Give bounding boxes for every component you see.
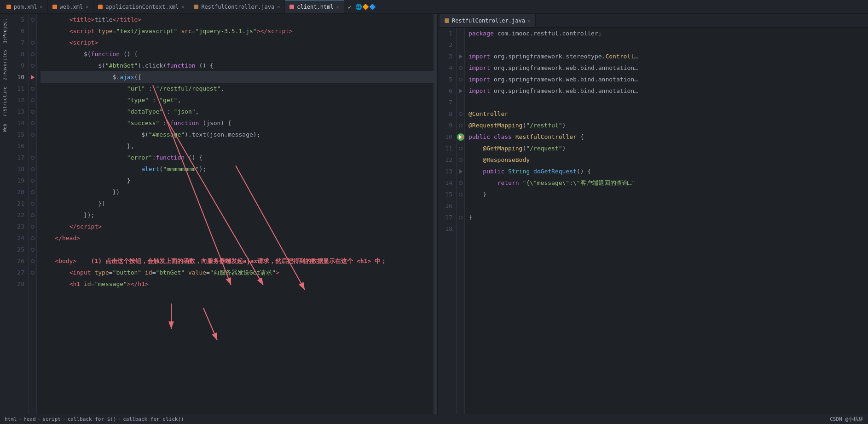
close-icon[interactable]: ✕ bbox=[40, 4, 43, 9]
sidebar-item-structure[interactable]: 7:Structure bbox=[1, 84, 8, 120]
code-line-17: "error":function () { bbox=[41, 152, 434, 163]
tab-label: RestfulController.java bbox=[201, 4, 274, 10]
rln-11: 11 bbox=[442, 143, 452, 154]
rln-10: 10 bbox=[442, 131, 452, 143]
ln-18: 18 bbox=[14, 163, 24, 175]
rln-4: 4 bbox=[442, 62, 452, 74]
sidebar-item-project[interactable]: 1:Project bbox=[1, 16, 8, 46]
rln-1: 1 bbox=[442, 28, 452, 39]
tab-label: pom.xml bbox=[14, 4, 37, 10]
rln-18: 18 bbox=[442, 223, 452, 235]
gutter-arrow bbox=[459, 89, 463, 93]
html-icon bbox=[289, 5, 294, 9]
code-line-15: $("#message").text(json.message); bbox=[41, 129, 434, 140]
annotation-line: (1) 点击这个按钮，会触发上面的函数，向服务器端发起ajax请求，然后把得到的… bbox=[41, 244, 434, 255]
gutter-dot bbox=[459, 181, 463, 185]
ln-17: 17 bbox=[14, 152, 24, 163]
ln-11: 11 bbox=[14, 83, 24, 94]
rln-2: 2 bbox=[442, 39, 452, 51]
ln-16: 16 bbox=[14, 140, 24, 152]
rln-12: 12 bbox=[442, 154, 452, 166]
tab-appctx[interactable]: applicationContext.xml ✕ bbox=[93, 0, 189, 13]
code-line-16: }, bbox=[41, 140, 434, 152]
right-code-container: 1 2 3 4 5 6 7 8 9 10 11 12 13 14 15 16 1 bbox=[438, 28, 868, 414]
ln-22: 22 bbox=[14, 209, 24, 221]
ln-12: 12 bbox=[14, 94, 24, 106]
ln-20: 20 bbox=[14, 186, 24, 198]
gutter-dot bbox=[31, 179, 35, 183]
code-line-13: "dataType" : "json", bbox=[41, 106, 434, 117]
gutter-dot bbox=[31, 236, 35, 240]
browser-icons: 🌐🔶🔷 bbox=[355, 4, 376, 10]
scrollbar[interactable] bbox=[434, 14, 437, 414]
java-icon bbox=[194, 5, 198, 9]
ln-6: 6 bbox=[14, 25, 24, 37]
gutter-dot bbox=[459, 112, 463, 116]
main-layout: 1:Project 2:Favorites 7:Structure Web 5 … bbox=[0, 14, 868, 414]
rcode-16 bbox=[469, 200, 868, 212]
ln-15: 15 bbox=[14, 129, 24, 140]
rcode-14: return "{\"message\":\"客户端返回的查询…" bbox=[469, 177, 868, 189]
gutter-dot bbox=[31, 52, 35, 56]
close-icon[interactable]: ✕ bbox=[528, 18, 531, 23]
code-line-23: </script> bbox=[41, 221, 434, 232]
rcode-13: public String doGetRequest() { bbox=[469, 166, 868, 177]
rcode-7 bbox=[469, 97, 868, 108]
code-line-28 bbox=[41, 290, 434, 301]
left-code-area[interactable]: <title>title</title> <script type="text/… bbox=[37, 14, 434, 414]
ln-5: 5 bbox=[14, 14, 24, 25]
code-line-8: $(function () { bbox=[41, 48, 434, 60]
code-line-18: alert("mmmmmmmm"); bbox=[41, 163, 434, 175]
ln-13: 13 bbox=[14, 106, 24, 117]
gutter-arrow bbox=[459, 54, 463, 59]
left-panel: 5 6 7 8 9 10 11 12 13 14 15 16 17 18 19 … bbox=[10, 14, 434, 414]
tab-client[interactable]: client.html ✕ bbox=[285, 0, 344, 13]
gutter-dot bbox=[31, 110, 35, 114]
sidebar-item-web[interactable]: Web bbox=[1, 121, 8, 135]
rln-13: 13 bbox=[442, 166, 452, 177]
rcode-8: @Controller bbox=[469, 108, 868, 120]
ln-28: 28 bbox=[14, 278, 24, 290]
rcode-2 bbox=[469, 39, 868, 51]
close-icon[interactable]: ✕ bbox=[336, 5, 339, 10]
rln-6: 6 bbox=[442, 85, 452, 97]
gutter-dot bbox=[31, 271, 35, 275]
code-line-26: <input type="button" id="btnGet" value="… bbox=[41, 267, 434, 278]
ln-9: 9 bbox=[14, 60, 24, 71]
gutter-arrow bbox=[461, 135, 464, 139]
close-icon[interactable]: ✕ bbox=[86, 4, 88, 9]
close-icon[interactable]: ✕ bbox=[277, 4, 280, 9]
gutter-dot bbox=[31, 133, 35, 137]
code-line-10: $.ajax({ bbox=[41, 71, 434, 83]
tab-restful[interactable]: RestfulController.java ✕ bbox=[189, 0, 285, 13]
breadcrumb: html › head › script › callback for $() … bbox=[5, 416, 184, 422]
ln-21: 21 bbox=[14, 198, 24, 209]
tab-pom[interactable]: pom.xml ✕ bbox=[2, 0, 48, 13]
rcode-3: import org.springframework.stereotype.Co… bbox=[469, 51, 868, 62]
rln-7: 7 bbox=[442, 97, 452, 108]
gutter-arrow bbox=[31, 75, 35, 80]
sidebar-item-favorites[interactable]: 2:Favorites bbox=[1, 47, 8, 83]
code-line-5: <title>title</title> bbox=[41, 14, 434, 25]
gutter-dot bbox=[31, 190, 35, 194]
ln-26: 26 bbox=[14, 255, 24, 267]
gutter-dot bbox=[31, 248, 35, 252]
rcode-4: import org.springframework.web.bind.anno… bbox=[469, 62, 868, 74]
left-sidebar: 1:Project 2:Favorites 7:Structure Web bbox=[0, 14, 10, 414]
left-line-numbers: 5 6 7 8 9 10 11 12 13 14 15 16 17 18 19 … bbox=[10, 14, 29, 414]
code-line-21: }) bbox=[41, 198, 434, 209]
code-line-6: <script type="text/javascript" src="jque… bbox=[41, 25, 434, 37]
code-line-24: </head> bbox=[41, 232, 434, 244]
rcode-11: @GetMapping("/request") bbox=[469, 143, 868, 154]
rln-5: 5 bbox=[442, 74, 452, 85]
gutter-dot bbox=[459, 124, 463, 127]
check-icon: ✓ bbox=[348, 3, 352, 11]
gutter-dot bbox=[31, 202, 35, 206]
tab-restful-right[interactable]: RestfulController.java ✕ bbox=[440, 14, 536, 27]
gutter-dot bbox=[31, 41, 35, 45]
close-icon[interactable]: ✕ bbox=[181, 4, 184, 9]
gutter-dot bbox=[31, 64, 35, 68]
ln-24: 24 bbox=[14, 232, 24, 244]
tab-web[interactable]: web.xml ✕ bbox=[48, 0, 94, 13]
right-code-area[interactable]: package com.imooc.restful.controller; im… bbox=[465, 28, 868, 414]
